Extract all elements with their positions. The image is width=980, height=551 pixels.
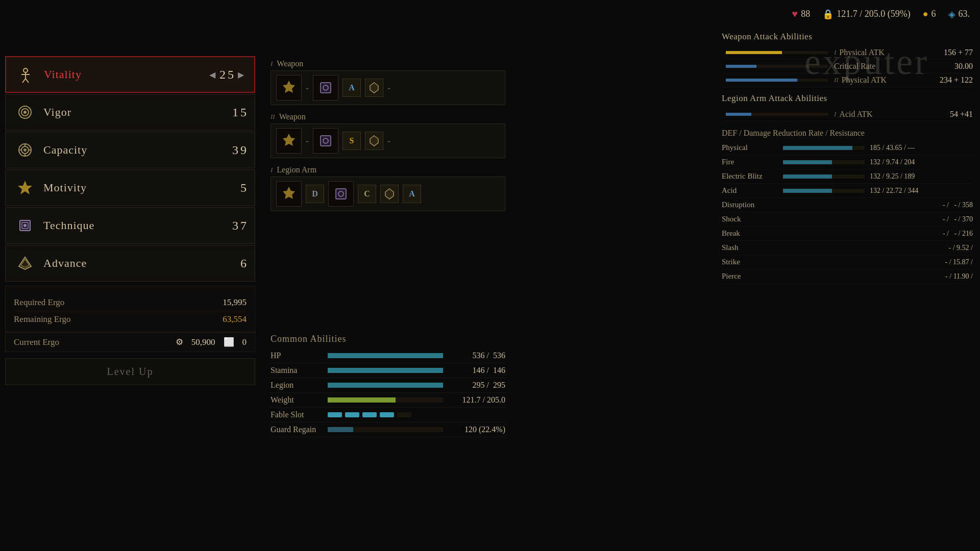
ability-weight-label: Weight (271, 395, 322, 405)
motivity-value: 5 (240, 181, 247, 195)
resist-break: Break - / - / 216 (722, 227, 973, 241)
legion-arm-row[interactable]: D C A (271, 177, 505, 211)
svg-point-10 (23, 148, 27, 152)
vitality-value: ◀ 2 5 ▶ (207, 68, 246, 82)
ability-stamina-bar (328, 368, 443, 373)
advance-label: Advance (43, 257, 240, 270)
resist-slash-vals: - / 9.52 / (949, 244, 973, 252)
legion-grade-1: D (306, 185, 324, 203)
resist-break-vals: - / - / 216 (943, 230, 973, 238)
def-physical: Physical 185 / 43.65 / — (722, 141, 973, 155)
ability-legion-val: 295 / 295 (449, 381, 505, 390)
attack-roman-2: II (834, 76, 839, 84)
attack-val-acid: 54 +41 (932, 110, 973, 119)
legion-grade-3: A (403, 185, 421, 203)
attack-label-physical-1: I Physical ATK (834, 48, 932, 57)
resist-shock-label: Shock (722, 215, 783, 223)
ability-hp-label: HP (271, 351, 322, 360)
svg-line-3 (22, 79, 26, 83)
weight-value: 121.7 / 205.0 (59%) (837, 9, 910, 19)
ergo-val1: 50,900 (191, 337, 215, 347)
ability-stamina-label: Stamina (271, 366, 322, 375)
weapon-slot-icon-1 (276, 75, 302, 101)
common-abilities-title: Common Abilities (271, 334, 505, 344)
ability-fable: Fable Slot (271, 408, 505, 422)
def-physical-bar (783, 146, 865, 150)
weapon-header-1: I Weapon (271, 56, 505, 70)
def-electric-label: Electric Blitz (722, 172, 783, 181)
vigor-level: 5 (240, 106, 247, 119)
capacity-base: 3 (232, 143, 238, 157)
level-up-button[interactable]: Level Up (5, 358, 255, 385)
weapon-row-2[interactable]: - S - (271, 123, 505, 158)
current-ergo-values: ⚙ 50,900 ⬜ 0 (176, 337, 247, 347)
svg-marker-15 (18, 181, 32, 194)
common-abilities: Common Abilities HP 536 / 536 Stamina 14… (271, 334, 505, 437)
capacity-label: Capacity (43, 143, 232, 157)
attack-physical-2: II Physical ATK 234 + 122 (722, 73, 973, 87)
def-acid-vals: 132 / 22.72 / 344 (870, 187, 918, 195)
legion-slot (328, 181, 354, 207)
hud-blue: ◈ 63. (948, 9, 970, 20)
required-ergo-val: 15,995 (223, 297, 247, 308)
fable-dot-2 (345, 412, 359, 417)
svg-rect-22 (321, 83, 331, 93)
svg-marker-29 (283, 187, 295, 199)
weapon-grade-2: S (342, 132, 361, 150)
legion-arm-icon (276, 181, 302, 207)
stat-vitality[interactable]: Vitality ◀ 2 5 ▶ (5, 56, 255, 93)
def-fire-label: Fire (722, 158, 783, 166)
ability-weight: Weight 121.7 / 205.0 (271, 393, 505, 408)
ability-hp-bar (328, 353, 443, 358)
blue-value: 63. (959, 9, 970, 19)
resist-slash: Slash - / 9.52 / (722, 241, 973, 255)
ability-legion-label: Legion (271, 381, 322, 390)
advance-icon (14, 252, 36, 274)
blue-icon: ◈ (948, 9, 955, 20)
def-fire-bar (783, 160, 865, 164)
stat-technique[interactable]: Technique 3 7 (5, 207, 255, 244)
motivity-label: Motivity (43, 181, 240, 194)
svg-point-0 (23, 68, 28, 72)
hp-value: 88 (801, 9, 810, 19)
vitality-inc[interactable]: ▶ (236, 70, 246, 80)
ability-guard-regain-bar (328, 427, 443, 432)
ability-guard-regain-val: 120 (22.4%) (449, 425, 505, 434)
ergo-info: Required Ergo 15,995 Remaining Ergo 63,5… (5, 286, 255, 332)
stat-motivity[interactable]: Motivity 5 (5, 169, 255, 206)
vitality-dec[interactable]: ◀ (207, 70, 217, 80)
def-electric-vals: 132 / 9.25 / 189 (870, 172, 915, 181)
svg-marker-28 (370, 136, 378, 146)
svg-marker-32 (385, 189, 394, 199)
advance-value: 6 (240, 257, 247, 270)
resist-disruption-label: Disruption (722, 201, 783, 209)
weapon-slot-2 (313, 75, 338, 101)
technique-level: 7 (240, 219, 247, 233)
stat-advance[interactable]: Advance 6 (5, 245, 255, 282)
resist-strike-vals: - / 15.87 / (945, 258, 973, 266)
weapon-slot-2b (313, 128, 338, 154)
weapon-type-2: Weapon (279, 112, 306, 121)
required-ergo-row: Required Ergo 15,995 (14, 294, 247, 311)
stat-vigor[interactable]: Vigor 1 5 (5, 94, 255, 131)
stat-capacity[interactable]: Capacity 3 9 (5, 132, 255, 168)
ability-fable-label: Fable Slot (271, 410, 322, 419)
attack-val-physical-2: 234 + 122 (932, 76, 973, 85)
coin-icon: ● (923, 9, 928, 19)
ability-guard-regain-label: Guard Regain (271, 425, 322, 434)
attack-label-physical-2: II Physical ATK (834, 76, 932, 85)
legion-arm-header: I Legion Arm (271, 162, 505, 177)
svg-marker-24 (370, 83, 378, 93)
attack-bar-critical (726, 65, 828, 68)
svg-line-4 (26, 79, 29, 83)
vitality-label: Vitality (44, 68, 207, 81)
attack-acid: I Acid ATK 54 +41 (722, 108, 973, 121)
resist-slash-label: Slash (722, 243, 783, 252)
attack-roman-3: I (834, 110, 836, 118)
weapon-dash-1: - (306, 83, 309, 93)
vigor-base: 1 (232, 106, 238, 119)
attack-val-physical-1: 156 + 77 (932, 48, 973, 57)
weapon-row-1[interactable]: - A - (271, 70, 505, 105)
fable-dots (328, 412, 443, 417)
def-fire-vals: 132 / 9.74 / 204 (870, 158, 915, 166)
